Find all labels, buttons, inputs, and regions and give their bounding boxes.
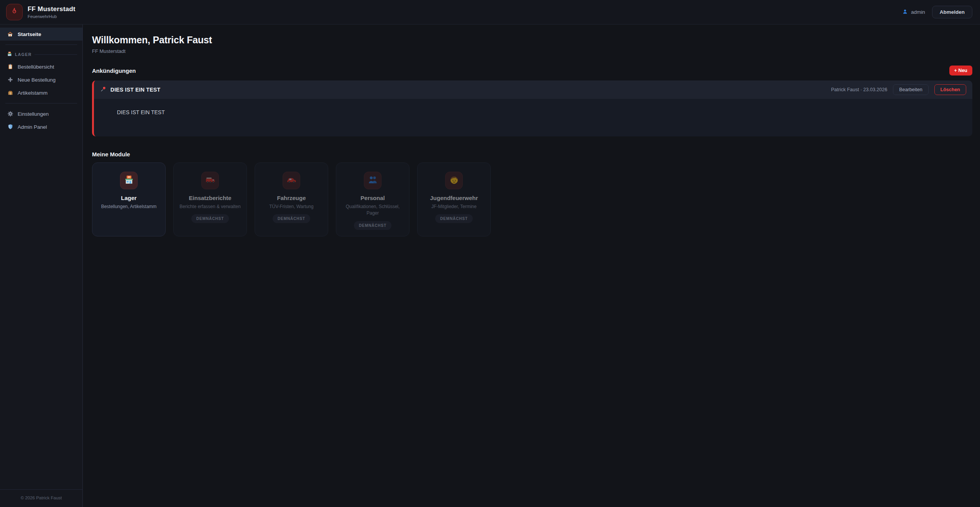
sidebar-item-einstellungen[interactable]: Einstellungen (0, 107, 82, 120)
modules-grid: 24 Lager Bestellungen, Artikelstamm Eins… (92, 162, 972, 236)
logout-button[interactable]: Abmelden (932, 6, 972, 18)
module-title: Fahrzeuge (277, 195, 306, 201)
brand-title: FF Musterstadt (28, 5, 76, 13)
plus-icon (7, 77, 13, 83)
sidebar: Startseite 24 LAGER Bestellübersicht (0, 25, 83, 507)
module-title: Jugendfeuerwehr (430, 195, 478, 201)
brand: FF Musterstadt FeuerwehrHub (6, 4, 76, 20)
announcement-card: DIES IST EIN TEST Patrick Faust · 23.03.… (92, 80, 972, 136)
sidebar-footer: © 2026 Patrick Faust (0, 489, 82, 507)
announcement-title: DIES IST EIN TEST (110, 87, 160, 93)
app-root: FF Musterstadt FeuerwehrHub admin Abmeld… (0, 0, 980, 507)
module-title: Personal (360, 195, 385, 201)
svg-text:24: 24 (8, 52, 10, 53)
delete-announcement-button[interactable]: Löschen (934, 84, 966, 95)
store-icon: 24 (124, 175, 134, 187)
coming-soon-badge: DEMNÄCHST (354, 221, 391, 230)
announcements-header-row: Ankündigungen + Neu (92, 66, 972, 75)
main-content: Willkommen, Patrick Faust FF Musterstadt… (83, 25, 980, 507)
sidebar-item-artikelstamm[interactable]: Artikelstamm (0, 86, 82, 99)
brand-subtitle: FeuerwehrHub (28, 14, 76, 19)
car-icon (286, 175, 297, 187)
coming-soon-badge: DEMNÄCHST (191, 214, 229, 223)
sidebar-item-bestelluebersicht[interactable]: Bestellübersicht (0, 60, 82, 73)
module-subtitle: Berichte erfassen & verwalten (179, 203, 240, 210)
shell: Startseite 24 LAGER Bestellübersicht (0, 25, 980, 507)
sidebar-section-rule (35, 54, 77, 55)
clipboard-icon (7, 64, 13, 70)
sidebar-item-label: Startseite (18, 31, 41, 37)
module-card-einsatzberichte: Einsatzberichte Berichte erfassen & verw… (173, 162, 247, 236)
svg-text:24: 24 (128, 176, 130, 178)
page-subtitle: FF Musterstadt (92, 48, 972, 54)
module-title: Lager (121, 195, 137, 201)
sidebar-item-label: Neue Bestellung (18, 77, 56, 83)
pushpin-icon (100, 86, 107, 94)
gear-icon (7, 111, 13, 117)
module-icon-tile (445, 172, 463, 189)
module-subtitle: JF-Mitglieder, Termine (431, 203, 477, 210)
sidebar-item-label: Einstellungen (18, 111, 49, 117)
user-chip: admin (902, 9, 925, 16)
top-bar-right: admin Abmelden (902, 6, 972, 18)
module-subtitle: Qualifikationen, Schlüssel, Pager (342, 203, 404, 217)
module-card-personal: Personal Qualifikationen, Schlüssel, Pag… (336, 162, 409, 236)
user-icon (902, 9, 908, 16)
fire-truck-icon (205, 175, 215, 187)
child-icon (449, 175, 459, 187)
sidebar-section-label: LAGER (15, 52, 32, 57)
announcement-actions: Patrick Faust · 23.03.2026 Bearbeiten Lö… (831, 84, 966, 95)
sidebar-item-neue-bestellung[interactable]: Neue Bestellung (0, 73, 82, 86)
sidebar-divider (5, 44, 77, 45)
module-icon-tile (283, 172, 300, 189)
module-icon-tile (364, 172, 381, 189)
module-icon-tile: 24 (120, 172, 138, 189)
brand-text: FF Musterstadt FeuerwehrHub (28, 5, 76, 19)
flame-icon (10, 7, 19, 17)
module-icon-tile (201, 172, 219, 189)
copyright-label: © 2026 Patrick Faust (21, 496, 62, 500)
module-card-jugendfeuerwehr: Jugendfeuerwehr JF-Mitglieder, Termine D… (417, 162, 491, 236)
sidebar-item-label: Bestellübersicht (18, 64, 54, 70)
username-label: admin (911, 9, 925, 15)
announcement-card-header: DIES IST EIN TEST Patrick Faust · 23.03.… (94, 80, 972, 99)
sidebar-divider (5, 103, 77, 103)
coming-soon-badge: DEMNÄCHST (435, 214, 473, 223)
sidebar-item-startseite[interactable]: Startseite (0, 28, 82, 41)
package-icon (7, 90, 13, 96)
sidebar-item-admin-panel[interactable]: Admin Panel (0, 120, 82, 133)
module-card-lager[interactable]: 24 Lager Bestellungen, Artikelstamm (92, 162, 166, 236)
announcement-meta: Patrick Faust · 23.03.2026 (831, 87, 888, 92)
module-card-fahrzeuge: Fahrzeuge TÜV-Fristen, Wartung DEMNÄCHST (255, 162, 328, 236)
announcements-heading: Ankündigungen (92, 67, 136, 74)
people-icon (368, 175, 378, 187)
new-announcement-button[interactable]: + Neu (949, 66, 972, 75)
announcement-title-group: DIES IST EIN TEST (100, 86, 160, 94)
announcement-body-text: DIES IST EIN TEST (117, 109, 965, 115)
sidebar-item-label: Admin Panel (18, 124, 47, 130)
module-subtitle: Bestellungen, Artikelstamm (101, 203, 157, 210)
edit-announcement-button[interactable]: Bearbeiten (893, 84, 928, 95)
announcement-body: DIES IST EIN TEST (94, 99, 972, 136)
coming-soon-badge: DEMNÄCHST (273, 214, 310, 223)
sidebar-item-label: Artikelstamm (18, 90, 48, 96)
module-subtitle: TÜV-Fristen, Wartung (269, 203, 314, 210)
shield-icon (7, 124, 13, 130)
page-title: Willkommen, Patrick Faust (92, 34, 972, 46)
home-icon (7, 31, 13, 38)
store-icon: 24 (7, 51, 12, 57)
top-bar: FF Musterstadt FeuerwehrHub admin Abmeld… (0, 0, 980, 25)
modules-heading: Meine Module (92, 151, 972, 158)
sidebar-section-lager: 24 LAGER (0, 49, 82, 60)
module-title: Einsatzberichte (189, 195, 232, 201)
flame-logo-tile (6, 4, 23, 20)
